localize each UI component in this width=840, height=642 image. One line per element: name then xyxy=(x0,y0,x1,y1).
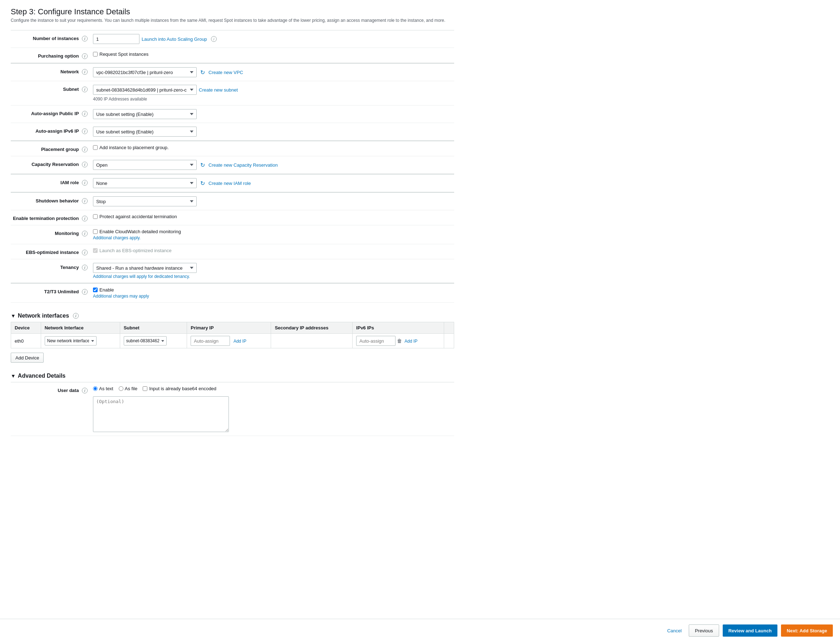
ebs-optimized-checkbox[interactable]: Launch as EBS-optimized instance xyxy=(93,248,172,253)
network-label: Network xyxy=(60,69,79,75)
add-ip-link[interactable]: Add IP xyxy=(233,339,246,344)
network-interfaces-info-icon[interactable]: i xyxy=(73,313,79,319)
as-file-radio-label[interactable]: As file xyxy=(119,386,137,391)
t2t3-input[interactable] xyxy=(93,287,98,292)
placement-group-checkbox[interactable]: Add instance to placement group. xyxy=(93,145,169,150)
placement-group-info-icon[interactable]: i xyxy=(82,147,87,152)
trash-icon[interactable]: 🗑 xyxy=(397,338,402,344)
advanced-details-title: Advanced Details xyxy=(18,373,65,379)
ipv6-cell[interactable]: 🗑 Add IP xyxy=(353,334,444,349)
t2t3-checkbox[interactable]: Enable xyxy=(93,287,149,293)
create-vpc-link[interactable]: Create new VPC xyxy=(209,70,243,75)
instances-label: Number of instances xyxy=(33,36,79,41)
add-ipv6-link[interactable]: Add IP xyxy=(405,339,417,344)
monitoring-checkbox-label: Enable CloudWatch detailed monitoring xyxy=(99,229,181,234)
create-subnet-link[interactable]: Create new subnet xyxy=(199,87,238,92)
subnet-cell[interactable]: subnet-08383462 xyxy=(120,334,187,349)
capacity-reservation-select[interactable]: Open xyxy=(93,160,197,170)
advanced-details-toggle: ▼ xyxy=(11,373,16,379)
purchasing-option-label: Purchasing option xyxy=(38,53,79,58)
network-info-icon[interactable]: i xyxy=(82,69,87,75)
as-file-radio[interactable] xyxy=(119,386,123,391)
auto-assign-ipv6-label: Auto-assign IPv6 IP xyxy=(36,128,79,134)
placement-group-input[interactable] xyxy=(93,145,98,150)
termination-info-icon[interactable]: i xyxy=(82,216,87,221)
network-interface-cell[interactable]: New network interface xyxy=(41,334,120,349)
create-iam-link[interactable]: Create new IAM role xyxy=(209,181,251,186)
ni-subnet-select[interactable]: subnet-08383462 xyxy=(124,336,167,345)
ebs-optimized-checkbox-label: Launch as EBS-optimized instance xyxy=(99,248,172,253)
auto-assign-ipv6-info-icon[interactable]: i xyxy=(82,128,87,134)
iam-refresh-icon[interactable]: ↻ xyxy=(200,180,205,187)
instances-input[interactable] xyxy=(93,34,139,44)
subnet-select[interactable]: subnet-083834628d4b1d699 | pritunl-zero-… xyxy=(93,85,197,95)
iam-role-select[interactable]: None xyxy=(93,178,197,188)
instances-info-icon[interactable]: i xyxy=(82,36,87,42)
tenancy-charges-link[interactable]: Additional charges will apply for dedica… xyxy=(93,274,197,279)
t2t3-label: T2/T3 Unlimited xyxy=(44,289,79,294)
base64-label: Input is already base64 encoded xyxy=(149,386,216,391)
t2t3-charges-link[interactable]: Additional charges may apply xyxy=(93,293,149,299)
t2t3-info-icon[interactable]: i xyxy=(82,289,87,295)
auto-scaling-link[interactable]: Launch into Auto Scaling Group xyxy=(142,36,207,42)
shutdown-info-icon[interactable]: i xyxy=(82,198,87,204)
monitoring-checkbox[interactable]: Enable CloudWatch detailed monitoring xyxy=(93,229,181,234)
shutdown-behavior-select[interactable]: Stop xyxy=(93,196,197,206)
secondary-ip-cell xyxy=(271,334,353,349)
col-subnet: Subnet xyxy=(120,322,187,334)
network-interfaces-header[interactable]: ▼ Network interfaces i xyxy=(11,308,454,322)
termination-protection-label: Enable termination protection xyxy=(13,216,79,221)
capacity-refresh-icon[interactable]: ↻ xyxy=(200,162,205,169)
auto-assign-ipv6-select[interactable]: Use subnet setting (Enable) xyxy=(93,126,197,137)
col-primary-ip: Primary IP xyxy=(187,322,271,334)
placement-group-label: Placement group xyxy=(41,147,79,152)
base64-checkbox-label[interactable]: Input is already base64 encoded xyxy=(143,386,216,391)
ebs-info-icon[interactable]: i xyxy=(82,250,87,255)
network-refresh-icon[interactable]: ↻ xyxy=(200,69,205,76)
subnet-available: 4090 IP Addresses available xyxy=(93,97,238,102)
col-secondary-ip: Secondary IP addresses xyxy=(271,322,353,334)
create-capacity-link[interactable]: Create new Capacity Reservation xyxy=(209,162,278,168)
network-interfaces-table: Device Network Interface Subnet Primary … xyxy=(11,322,454,349)
auto-assign-ip-info-icon[interactable]: i xyxy=(82,111,87,117)
capacity-reservation-info-icon[interactable]: i xyxy=(82,162,87,167)
tenancy-select[interactable]: Shared - Run a shared hardware instance xyxy=(93,263,197,273)
monitoring-input[interactable] xyxy=(93,229,98,234)
request-spot-checkbox[interactable]: Request Spot instances xyxy=(93,52,148,57)
primary-ip-input[interactable] xyxy=(191,336,230,346)
advanced-details-header[interactable]: ▼ Advanced Details xyxy=(11,368,454,382)
auto-scaling-info-icon[interactable]: i xyxy=(211,36,217,42)
as-text-label: As text xyxy=(99,386,113,391)
add-device-button[interactable]: Add Device xyxy=(11,353,44,363)
base64-checkbox[interactable] xyxy=(143,386,147,391)
termination-protection-checkbox[interactable]: Protect against accidental termination xyxy=(93,214,177,219)
row-actions-cell xyxy=(444,334,454,349)
tenancy-info-icon[interactable]: i xyxy=(82,265,87,271)
placement-group-checkbox-label: Add instance to placement group. xyxy=(99,145,169,150)
user-data-info-icon[interactable]: i xyxy=(82,388,87,394)
iam-role-info-icon[interactable]: i xyxy=(82,180,87,186)
as-file-label: As file xyxy=(125,386,137,391)
iam-role-label: IAM role xyxy=(60,180,79,185)
monitoring-info-icon[interactable]: i xyxy=(82,231,87,237)
as-text-radio[interactable] xyxy=(93,386,98,391)
request-spot-label: Request Spot instances xyxy=(99,52,148,57)
user-data-textarea[interactable] xyxy=(93,396,229,432)
ni-interface-select[interactable]: New network interface xyxy=(45,336,97,345)
as-text-radio-label[interactable]: As text xyxy=(93,386,113,391)
auto-assign-ip-select[interactable]: Use subnet setting (Enable) xyxy=(93,109,197,119)
ebs-optimized-label: EBS-optimized instance xyxy=(26,250,79,255)
monitoring-charges-link[interactable]: Additional charges apply. xyxy=(93,235,181,240)
purchasing-info-icon[interactable]: i xyxy=(82,53,87,59)
col-actions xyxy=(444,322,454,334)
network-select[interactable]: vpc-0982021bc3f07cf3e | pritunl-zero xyxy=(93,67,197,77)
ipv6-input[interactable] xyxy=(356,336,395,346)
termination-protection-input[interactable] xyxy=(93,214,98,219)
subnet-info-icon[interactable]: i xyxy=(82,86,87,92)
page-subtitle: Configure the instance to suit your requ… xyxy=(11,18,454,23)
tenancy-label: Tenancy xyxy=(60,265,79,270)
request-spot-input[interactable] xyxy=(93,52,98,57)
table-row: eth0 New network interface subnet-083834… xyxy=(11,334,454,349)
user-data-label: User data xyxy=(58,388,79,393)
primary-ip-cell[interactable]: Add IP xyxy=(187,334,271,349)
